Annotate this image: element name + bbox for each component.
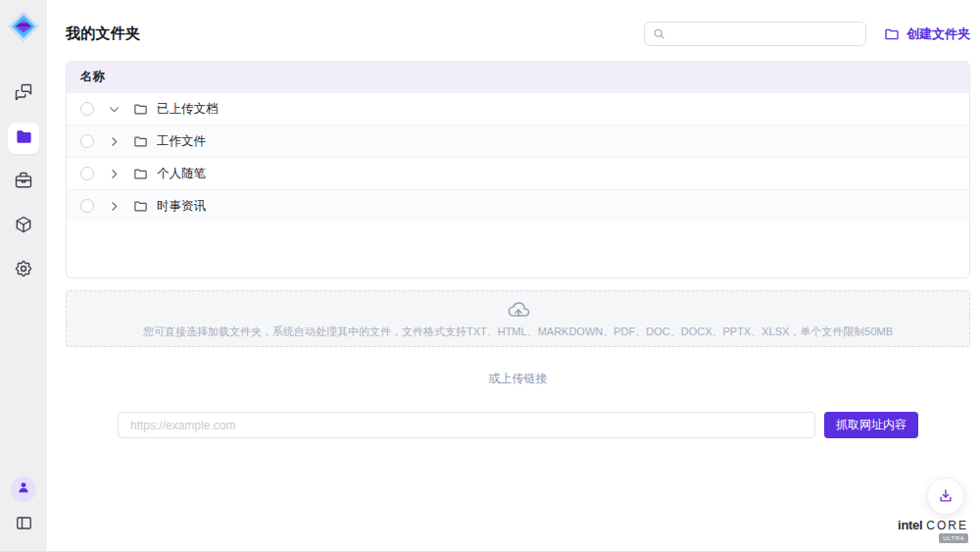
collapse-panel-button[interactable] (11, 512, 36, 537)
folder-plus-icon (884, 26, 900, 42)
create-folder-button[interactable]: 创建文件夹 (884, 25, 970, 43)
row-checkbox[interactable] (80, 102, 94, 116)
table-row[interactable]: 工作文件 (67, 125, 969, 157)
url-input[interactable] (118, 412, 815, 438)
cloud-upload-icon (507, 298, 530, 322)
folder-rows: 已上传文档 工作文件 个人随笔 (67, 92, 969, 222)
table-row[interactable]: 个人随笔 (67, 157, 969, 189)
sidebar-item-workspace[interactable] (8, 167, 39, 198)
chat-icon (14, 82, 33, 106)
folder-icon (133, 134, 148, 149)
upload-dropzone[interactable]: 您可直接选择加载文件夹，系统自动处理其中的文件，文件格式支持TXT、HTML、M… (66, 290, 970, 347)
cube-icon (14, 215, 33, 238)
table-header-name: 名称 (67, 62, 969, 92)
main-content: 我的文件夹 创建文件夹 名称 (47, 0, 980, 551)
ultra-badge: ultra (939, 533, 968, 543)
core-wordmark: core (926, 519, 968, 532)
folder-icon (133, 167, 148, 181)
intel-wordmark: intel (898, 518, 922, 532)
folder-name-label: 已上传文档 (157, 101, 219, 118)
topbar: 我的文件夹 创建文件夹 (66, 21, 970, 47)
folder-name-label: 时事资讯 (157, 198, 206, 215)
folder-name-label: 工作文件 (157, 133, 206, 150)
sidebar-item-chat[interactable] (8, 78, 39, 110)
panel-layout-icon (15, 514, 33, 536)
table-row[interactable]: 已上传文档 (67, 92, 969, 125)
create-folder-label: 创建文件夹 (906, 25, 970, 43)
sidebar (0, 0, 47, 551)
folder-icon (133, 102, 148, 117)
chevron-right-icon[interactable] (107, 134, 121, 148)
app-logo-icon (5, 8, 42, 45)
briefcase-icon (14, 171, 33, 194)
gear-icon (14, 259, 33, 282)
search-box (644, 22, 866, 46)
or-upload-link-label: 或上传链接 (66, 371, 970, 387)
download-fab-button[interactable] (927, 477, 964, 515)
upload-hint: 您可直接选择加载文件夹，系统自动处理其中的文件，文件格式支持TXT、HTML、M… (143, 325, 893, 339)
sidebar-item-folders[interactable] (8, 123, 39, 154)
fetch-url-button[interactable]: 抓取网址内容 (824, 412, 918, 438)
row-checkbox[interactable] (80, 199, 94, 213)
sidebar-item-models[interactable] (8, 211, 39, 242)
sidebar-item-settings[interactable] (8, 255, 39, 286)
chevron-right-icon[interactable] (107, 167, 121, 180)
search-icon (653, 27, 665, 40)
row-checkbox[interactable] (80, 167, 94, 180)
download-icon (937, 487, 955, 505)
chevron-down-icon[interactable] (107, 102, 121, 116)
user-avatar[interactable] (11, 477, 36, 502)
search-input[interactable] (671, 27, 858, 41)
page-title: 我的文件夹 (66, 25, 141, 43)
table-row[interactable]: 时事资讯 (67, 189, 969, 222)
sidebar-nav (8, 78, 39, 286)
intel-core-ultra-logo: intel core ultra (898, 518, 968, 543)
chevron-right-icon[interactable] (107, 199, 121, 213)
person-icon (16, 479, 31, 499)
folder-icon (133, 199, 148, 214)
folder-table: 名称 已上传文档 工作文件 (66, 61, 970, 278)
row-checkbox[interactable] (80, 134, 94, 148)
url-upload-row: 抓取网址内容 (66, 412, 970, 438)
folder-filled-icon (15, 127, 33, 150)
folder-name-label: 个人随笔 (157, 166, 206, 182)
